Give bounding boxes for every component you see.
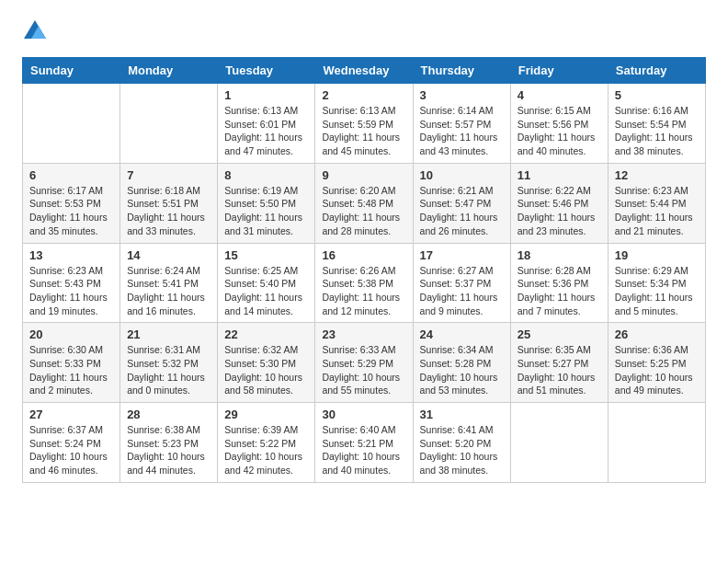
logo bbox=[22, 18, 51, 44]
day-number: 24 bbox=[420, 327, 504, 341]
weekday-header: Saturday bbox=[608, 58, 705, 84]
calendar-cell: 4Sunrise: 6:15 AM Sunset: 5:56 PM Daylig… bbox=[510, 84, 608, 164]
day-info: Sunrise: 6:34 AM Sunset: 5:28 PM Dayligh… bbox=[420, 343, 504, 397]
day-number: 21 bbox=[127, 327, 210, 341]
day-number: 22 bbox=[224, 327, 308, 341]
calendar-week: 27Sunrise: 6:37 AM Sunset: 5:24 PM Dayli… bbox=[23, 403, 706, 483]
calendar-cell bbox=[23, 84, 120, 164]
day-number: 26 bbox=[615, 327, 699, 341]
calendar-cell: 22Sunrise: 6:32 AM Sunset: 5:30 PM Dayli… bbox=[218, 323, 315, 403]
calendar-cell: 9Sunrise: 6:20 AM Sunset: 5:48 PM Daylig… bbox=[315, 163, 413, 243]
day-number: 19 bbox=[615, 248, 699, 262]
calendar-cell: 25Sunrise: 6:35 AM Sunset: 5:27 PM Dayli… bbox=[510, 323, 608, 403]
day-number: 5 bbox=[615, 88, 699, 102]
day-info: Sunrise: 6:17 AM Sunset: 5:53 PM Dayligh… bbox=[29, 184, 113, 238]
day-number: 12 bbox=[615, 168, 699, 182]
day-info: Sunrise: 6:36 AM Sunset: 5:25 PM Dayligh… bbox=[615, 343, 699, 397]
day-info: Sunrise: 6:31 AM Sunset: 5:32 PM Dayligh… bbox=[127, 343, 210, 397]
calendar-cell: 1Sunrise: 6:13 AM Sunset: 6:01 PM Daylig… bbox=[218, 84, 315, 164]
day-info: Sunrise: 6:23 AM Sunset: 5:44 PM Dayligh… bbox=[615, 184, 699, 238]
calendar-cell: 28Sunrise: 6:38 AM Sunset: 5:23 PM Dayli… bbox=[120, 403, 218, 483]
day-number: 27 bbox=[29, 408, 113, 421]
day-info: Sunrise: 6:20 AM Sunset: 5:48 PM Dayligh… bbox=[322, 184, 405, 238]
day-info: Sunrise: 6:37 AM Sunset: 5:24 PM Dayligh… bbox=[29, 423, 113, 477]
day-info: Sunrise: 6:32 AM Sunset: 5:30 PM Dayligh… bbox=[224, 343, 308, 397]
day-info: Sunrise: 6:23 AM Sunset: 5:43 PM Dayligh… bbox=[29, 264, 113, 318]
calendar-week: 1Sunrise: 6:13 AM Sunset: 6:01 PM Daylig… bbox=[23, 84, 706, 164]
calendar-cell: 3Sunrise: 6:14 AM Sunset: 5:57 PM Daylig… bbox=[413, 84, 510, 164]
weekday-header: Wednesday bbox=[315, 58, 413, 84]
weekday-header: Friday bbox=[510, 58, 608, 84]
calendar-cell bbox=[510, 403, 608, 483]
calendar-cell: 19Sunrise: 6:29 AM Sunset: 5:34 PM Dayli… bbox=[608, 243, 705, 323]
day-info: Sunrise: 6:22 AM Sunset: 5:46 PM Dayligh… bbox=[518, 184, 601, 238]
day-number: 31 bbox=[420, 408, 504, 421]
day-info: Sunrise: 6:33 AM Sunset: 5:29 PM Dayligh… bbox=[322, 343, 405, 397]
day-info: Sunrise: 6:16 AM Sunset: 5:54 PM Dayligh… bbox=[615, 104, 699, 158]
calendar-cell: 7Sunrise: 6:18 AM Sunset: 5:51 PM Daylig… bbox=[120, 163, 218, 243]
calendar-cell: 20Sunrise: 6:30 AM Sunset: 5:33 PM Dayli… bbox=[23, 323, 120, 403]
day-info: Sunrise: 6:19 AM Sunset: 5:50 PM Dayligh… bbox=[224, 184, 308, 238]
calendar-cell: 10Sunrise: 6:21 AM Sunset: 5:47 PM Dayli… bbox=[413, 163, 510, 243]
day-info: Sunrise: 6:26 AM Sunset: 5:38 PM Dayligh… bbox=[322, 264, 405, 318]
calendar-cell: 23Sunrise: 6:33 AM Sunset: 5:29 PM Dayli… bbox=[315, 323, 413, 403]
day-number: 7 bbox=[127, 168, 210, 182]
calendar-cell: 18Sunrise: 6:28 AM Sunset: 5:36 PM Dayli… bbox=[510, 243, 608, 323]
day-number: 20 bbox=[29, 327, 113, 341]
day-number: 23 bbox=[322, 327, 405, 341]
day-number: 14 bbox=[127, 248, 210, 262]
day-number: 30 bbox=[322, 408, 405, 421]
day-number: 11 bbox=[518, 168, 601, 182]
day-info: Sunrise: 6:30 AM Sunset: 5:33 PM Dayligh… bbox=[29, 343, 113, 397]
logo-icon bbox=[22, 18, 48, 44]
day-number: 4 bbox=[518, 88, 601, 102]
header-row: SundayMondayTuesdayWednesdayThursdayFrid… bbox=[23, 58, 706, 84]
day-number: 29 bbox=[224, 408, 308, 421]
calendar-cell: 2Sunrise: 6:13 AM Sunset: 5:59 PM Daylig… bbox=[315, 84, 413, 164]
day-number: 10 bbox=[420, 168, 504, 182]
calendar-cell: 24Sunrise: 6:34 AM Sunset: 5:28 PM Dayli… bbox=[413, 323, 510, 403]
day-info: Sunrise: 6:18 AM Sunset: 5:51 PM Dayligh… bbox=[127, 184, 210, 238]
day-number: 9 bbox=[322, 168, 405, 182]
day-info: Sunrise: 6:14 AM Sunset: 5:57 PM Dayligh… bbox=[420, 104, 504, 158]
day-number: 16 bbox=[322, 248, 405, 262]
calendar-cell: 16Sunrise: 6:26 AM Sunset: 5:38 PM Dayli… bbox=[315, 243, 413, 323]
day-number: 1 bbox=[224, 88, 308, 102]
calendar-cell: 11Sunrise: 6:22 AM Sunset: 5:46 PM Dayli… bbox=[510, 163, 608, 243]
calendar-cell: 26Sunrise: 6:36 AM Sunset: 5:25 PM Dayli… bbox=[608, 323, 705, 403]
calendar-cell: 31Sunrise: 6:41 AM Sunset: 5:20 PM Dayli… bbox=[413, 403, 510, 483]
weekday-header: Monday bbox=[120, 58, 218, 84]
calendar-cell: 29Sunrise: 6:39 AM Sunset: 5:22 PM Dayli… bbox=[218, 403, 315, 483]
weekday-header: Tuesday bbox=[218, 58, 315, 84]
weekday-header: Sunday bbox=[23, 58, 120, 84]
day-number: 3 bbox=[420, 88, 504, 102]
day-info: Sunrise: 6:29 AM Sunset: 5:34 PM Dayligh… bbox=[615, 264, 699, 318]
day-number: 13 bbox=[29, 248, 113, 262]
calendar-cell: 14Sunrise: 6:24 AM Sunset: 5:41 PM Dayli… bbox=[120, 243, 218, 323]
day-number: 8 bbox=[224, 168, 308, 182]
day-info: Sunrise: 6:15 AM Sunset: 5:56 PM Dayligh… bbox=[518, 104, 601, 158]
calendar-week: 20Sunrise: 6:30 AM Sunset: 5:33 PM Dayli… bbox=[23, 323, 706, 403]
day-info: Sunrise: 6:27 AM Sunset: 5:37 PM Dayligh… bbox=[420, 264, 504, 318]
day-number: 15 bbox=[224, 248, 308, 262]
day-number: 6 bbox=[29, 168, 113, 182]
day-info: Sunrise: 6:21 AM Sunset: 5:47 PM Dayligh… bbox=[420, 184, 504, 238]
calendar-cell: 12Sunrise: 6:23 AM Sunset: 5:44 PM Dayli… bbox=[608, 163, 705, 243]
day-info: Sunrise: 6:35 AM Sunset: 5:27 PM Dayligh… bbox=[518, 343, 601, 397]
header bbox=[22, 18, 706, 44]
calendar-cell bbox=[608, 403, 705, 483]
day-info: Sunrise: 6:39 AM Sunset: 5:22 PM Dayligh… bbox=[224, 423, 308, 477]
calendar-cell: 27Sunrise: 6:37 AM Sunset: 5:24 PM Dayli… bbox=[23, 403, 120, 483]
calendar-week: 13Sunrise: 6:23 AM Sunset: 5:43 PM Dayli… bbox=[23, 243, 706, 323]
day-info: Sunrise: 6:28 AM Sunset: 5:36 PM Dayligh… bbox=[518, 264, 601, 318]
calendar-cell: 30Sunrise: 6:40 AM Sunset: 5:21 PM Dayli… bbox=[315, 403, 413, 483]
day-number: 18 bbox=[518, 248, 601, 262]
calendar-cell: 21Sunrise: 6:31 AM Sunset: 5:32 PM Dayli… bbox=[120, 323, 218, 403]
calendar: SundayMondayTuesdayWednesdayThursdayFrid… bbox=[22, 57, 706, 483]
day-number: 25 bbox=[518, 327, 601, 341]
day-info: Sunrise: 6:40 AM Sunset: 5:21 PM Dayligh… bbox=[322, 423, 405, 477]
day-info: Sunrise: 6:41 AM Sunset: 5:20 PM Dayligh… bbox=[420, 423, 504, 477]
day-number: 17 bbox=[420, 248, 504, 262]
day-info: Sunrise: 6:13 AM Sunset: 6:01 PM Dayligh… bbox=[224, 104, 308, 158]
day-info: Sunrise: 6:38 AM Sunset: 5:23 PM Dayligh… bbox=[127, 423, 210, 477]
